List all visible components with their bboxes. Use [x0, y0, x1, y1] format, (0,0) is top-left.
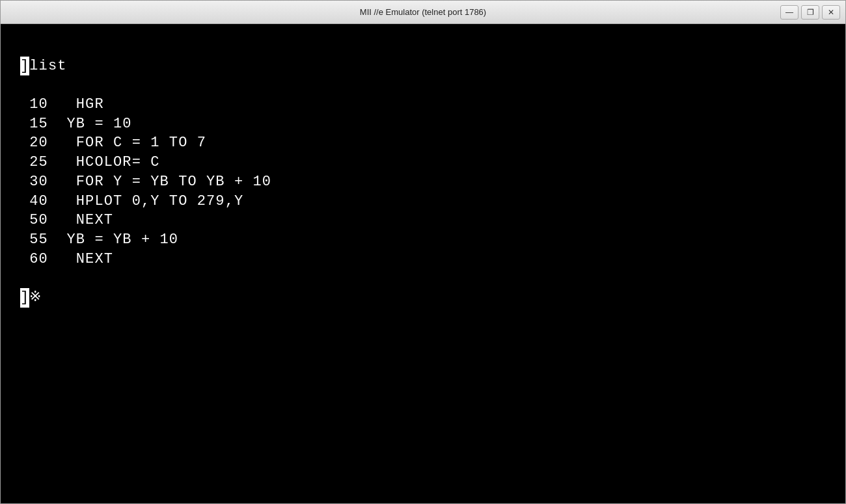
- cursor-symbol: ※: [29, 289, 42, 306]
- window-title: MII //e Emulator (telnet port 1786): [360, 7, 486, 17]
- terminal-output: ]list 10 HGR 15 YB = 10 20 FOR C = 1 TO …: [20, 37, 826, 326]
- minimize-button[interactable]: —: [780, 5, 798, 20]
- main-window: MII //e Emulator (telnet port 1786) — ❐ …: [0, 0, 846, 504]
- title-bar: MII //e Emulator (telnet port 1786) — ❐ …: [1, 1, 845, 24]
- prompt-bracket-1: ]: [20, 57, 29, 76]
- window-controls: — ❐ ✕: [780, 5, 840, 20]
- terminal-screen[interactable]: ]list 10 HGR 15 YB = 10 20 FOR C = 1 TO …: [1, 24, 845, 503]
- close-button[interactable]: ✕: [822, 5, 840, 20]
- prompt-bracket-2: ]: [20, 288, 29, 308]
- maximize-button[interactable]: ❐: [801, 5, 819, 20]
- first-prompt: ]list 10 HGR 15 YB = 10 20 FOR C = 1 TO …: [20, 58, 271, 306]
